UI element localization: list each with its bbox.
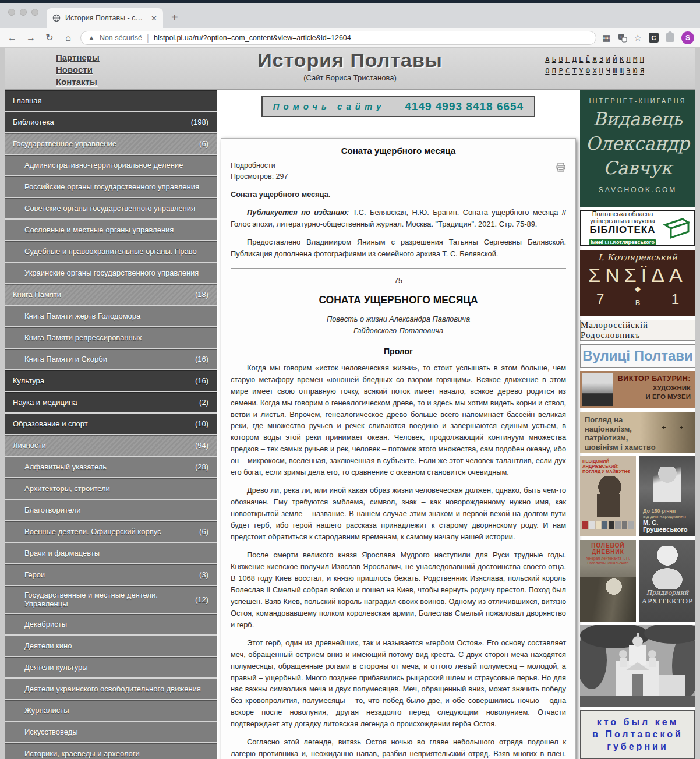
- alphabet-letter[interactable]: В: [558, 55, 563, 63]
- sidebar-item-count: (3): [199, 570, 208, 579]
- back-button[interactable]: ←: [6, 33, 19, 43]
- sidebar-item[interactable]: Книга Памяти репрессированных: [5, 327, 217, 349]
- sidebar-item[interactable]: Библиотека (198): [5, 112, 217, 133]
- reload-button[interactable]: ↻: [43, 32, 56, 43]
- print-button[interactable]: [556, 163, 566, 172]
- alphabet-letter[interactable]: Й: [613, 55, 617, 63]
- banner-church-photo[interactable]: [580, 625, 695, 707]
- sidebar-item[interactable]: Военные деятели. Офицерский корпус (6): [5, 521, 217, 543]
- alphabet-letter[interactable]: Л: [627, 55, 631, 63]
- alphabet-letter[interactable]: О: [545, 67, 549, 75]
- sidebar-item[interactable]: Благотворители: [5, 500, 217, 521]
- sidebar-item[interactable]: Судебные и правоохранительные органы. Пр…: [5, 241, 217, 263]
- alphabet-letter[interactable]: Е: [579, 55, 583, 63]
- sidebar-item[interactable]: Искусствоведы: [5, 722, 217, 743]
- banner-vulytsi-poltavy[interactable]: Вулиці Полтави: [580, 344, 695, 368]
- alphabet-letter[interactable]: Щ: [620, 67, 624, 75]
- sidebar-item[interactable]: Книга Памяти жертв Голодомора: [5, 306, 217, 327]
- sidebar-item[interactable]: Образование и спорт (10): [5, 414, 217, 435]
- address-bar[interactable]: ▲ Non sécurisé | histpol.pl.ua/ru/?optio…: [80, 31, 596, 45]
- sidebar-item[interactable]: Советские органы государственного управл…: [5, 198, 217, 220]
- alphabet-letter[interactable]: П: [552, 67, 556, 75]
- alphabet-letter[interactable]: А: [545, 55, 549, 63]
- alphabet-letter[interactable]: Т: [572, 67, 577, 75]
- banner-eneida[interactable]: І. Котляревський ΣΝΣΪΔΑ ◆ 7 в 1: [580, 250, 695, 316]
- alphabet-letter[interactable]: Ч: [606, 67, 610, 75]
- sidebar-item[interactable]: Декабристы: [5, 614, 217, 636]
- alphabet-letter[interactable]: Н: [640, 55, 644, 63]
- banner-hrushevsky[interactable]: До 150-річчя від дня народження М. С. Гр…: [639, 456, 695, 536]
- security-warning-icon[interactable]: ▲: [88, 34, 95, 42]
- window-controls[interactable]: [6, 3, 47, 28]
- banner-library[interactable]: Полтавська обласна універсальна наукова …: [580, 210, 695, 246]
- close-window-button[interactable]: [8, 9, 15, 16]
- donate-banner[interactable]: Помочь сайту 4149 4993 8418 6654: [261, 96, 535, 117]
- banner-kto-byl-kem[interactable]: кто был кем в Полтавской губернии: [580, 710, 695, 759]
- browser-tab[interactable]: История Полтавы - сайт Бор ✕: [47, 8, 163, 28]
- sidebar-item[interactable]: Главная: [5, 90, 217, 112]
- minimize-window-button[interactable]: [20, 9, 27, 16]
- alphabet-letter[interactable]: Ш: [613, 67, 617, 75]
- banner-andriyevsky[interactable]: НЕВІДОМИЙ АНДРІЄВСЬКИЙ: ПОГЛЯД У МАЙБУТН…: [580, 456, 636, 536]
- sidebar-item[interactable]: Наука и медицина (2): [5, 392, 217, 414]
- banner-savchuk-bookstore[interactable]: ІНТЕРНЕТ-КНИГАРНЯ Видавець Олександр Сав…: [580, 90, 695, 207]
- alphabet-letter[interactable]: И: [606, 55, 610, 63]
- sidebar-item[interactable]: Журналисты: [5, 700, 217, 722]
- alphabet-letter[interactable]: Ф: [586, 67, 590, 75]
- home-button[interactable]: ⌂: [62, 33, 75, 43]
- sidebar-item[interactable]: Книга Памяти и Скорби (16): [5, 349, 217, 370]
- alphabet-letter[interactable]: Ц: [599, 67, 603, 75]
- banner-baturyn[interactable]: ВИКТОР БАТУРИН: ХУДОЖНИК И ЕГО МУЗЕИ: [580, 371, 695, 408]
- baturyn-line1: ХУДОЖНИК: [616, 384, 691, 391]
- alphabet-letter[interactable]: Г: [565, 55, 570, 63]
- sidebar-item[interactable]: Деятели культуры: [5, 657, 217, 679]
- sidebar-item[interactable]: Историки, краеведы и археологи: [5, 743, 217, 759]
- sidebar-item[interactable]: Деятели украинского освободительного дви…: [5, 679, 217, 700]
- sidebar-item[interactable]: Сословные и местные органы управления: [5, 220, 217, 241]
- new-tab-button[interactable]: +: [171, 11, 178, 24]
- apps-grid-icon[interactable]: ▦: [602, 33, 610, 43]
- url-text[interactable]: histpol.pl.ua/ru/?option=com_content&vie…: [154, 34, 351, 42]
- sidebar-item[interactable]: Личности (94): [5, 435, 217, 457]
- sidebar-item[interactable]: Деятели кино: [5, 636, 217, 657]
- article-details-link[interactable]: Подробности: [231, 160, 288, 171]
- alphabet-letter[interactable]: У: [579, 67, 583, 75]
- sidebar-item[interactable]: Культура (16): [5, 370, 217, 392]
- alphabet-letter[interactable]: К: [620, 55, 624, 63]
- alphabet-letter[interactable]: З: [599, 55, 603, 63]
- sidebar-item[interactable]: Врачи и фармацевты: [5, 543, 217, 564]
- forward-button[interactable]: →: [24, 33, 37, 43]
- alphabet-letter[interactable]: Ё: [586, 55, 590, 63]
- alphabet-letter[interactable]: М: [633, 55, 637, 63]
- sidebar-item[interactable]: Алфавитный указатель (28): [5, 457, 217, 478]
- alphabet-letter[interactable]: Б: [552, 55, 556, 63]
- tab-close-icon[interactable]: ✕: [151, 14, 157, 23]
- alphabet-letter[interactable]: Д: [572, 55, 577, 63]
- banner-architector[interactable]: Придворний АРХІТЕКТОР: [639, 540, 695, 622]
- sidebar-item[interactable]: Государственное управление (6): [5, 133, 217, 155]
- banner-rodoslovnik[interactable]: Малороссійскій Родословникъ: [580, 320, 695, 341]
- extension-c-icon[interactable]: C: [649, 33, 659, 43]
- article-paragraphs: Когда мы говорим «исток человеческая жиз…: [231, 362, 566, 759]
- alphabet-letter[interactable]: Р: [558, 67, 563, 75]
- alphabet-letter[interactable]: Я: [640, 67, 644, 75]
- bookmark-star-icon[interactable]: ☆: [634, 33, 642, 43]
- sidebar-item[interactable]: Государственные и местные деятели. Управ…: [5, 586, 217, 614]
- sidebar-item[interactable]: Административно-территориальное деление: [5, 155, 217, 176]
- alphabet-letter[interactable]: Ж: [592, 55, 596, 63]
- sidebar-item[interactable]: Российские органы государственного управ…: [5, 176, 217, 198]
- sidebar-item[interactable]: Архитекторы, строители: [5, 478, 217, 500]
- alphabet-letter[interactable]: Э: [627, 67, 631, 75]
- translate-icon[interactable]: T: [618, 33, 627, 43]
- sidebar-item[interactable]: Герои (3): [5, 564, 217, 586]
- sidebar-item[interactable]: Книга Памяти (18): [5, 284, 217, 306]
- alphabet-letter[interactable]: Х: [592, 67, 596, 75]
- maximize-window-button[interactable]: [31, 9, 38, 16]
- extensions-puzzle-icon[interactable]: [666, 33, 674, 42]
- alphabet-letter[interactable]: Ю: [633, 67, 637, 75]
- banner-polevoy-dnevnik[interactable]: ПОЛЕВОЙ ДНЕВНИК генерал-лейтенанта Г. П.…: [580, 540, 636, 622]
- sidebar-item[interactable]: Украинские органы государственного управ…: [5, 263, 217, 284]
- profile-avatar[interactable]: S: [681, 31, 694, 44]
- banner-pohlyad[interactable]: Погляд на націоналізм, патріотизм, шовін…: [580, 412, 695, 453]
- alphabet-letter[interactable]: С: [565, 67, 570, 75]
